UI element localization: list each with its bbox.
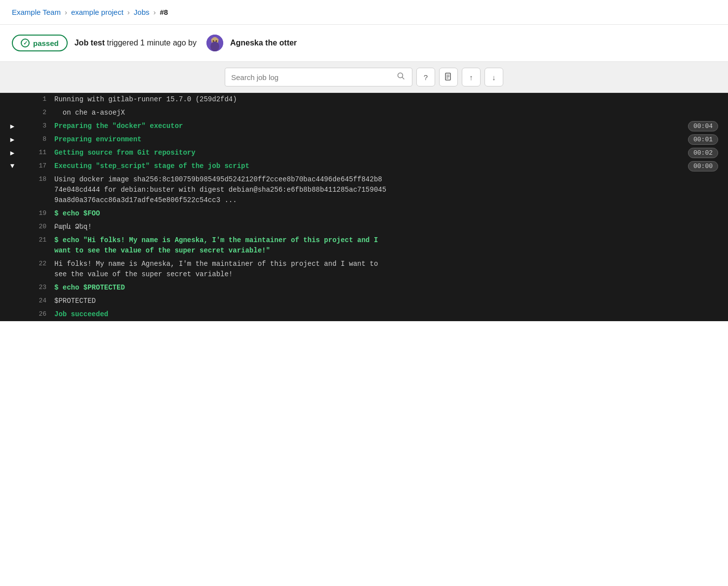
log-line-content: Running with gitlab-runner 15.7.0 (259d2… — [54, 94, 728, 105]
log-duration: 00:04 — [688, 121, 728, 131]
job-status-bar: ✓ passed Job test triggered 1 minute ago… — [0, 25, 728, 62]
log-line: ▶8Preparing environment00:01 — [0, 133, 728, 146]
log-toggle — [0, 174, 25, 175]
log-duration: 00:00 — [688, 161, 728, 171]
log-line-number: 21 — [25, 235, 54, 244]
log-line-number: 24 — [25, 296, 54, 304]
svg-line-9 — [403, 78, 404, 80]
log-line-number: 22 — [25, 259, 54, 267]
breadcrumb-current: #8 — [160, 8, 168, 16]
status-badge: ✓ passed — [12, 35, 68, 51]
search-box[interactable] — [225, 68, 412, 86]
help-button[interactable]: ? — [416, 68, 435, 86]
log-duration: 00:02 — [688, 148, 728, 158]
log-line: 1Running with gitlab-runner 15.7.0 (259d… — [0, 93, 728, 106]
log-line-content: Executing "step_script" stage of the job… — [54, 161, 688, 171]
log-toggle — [0, 283, 25, 284]
log-toggle[interactable]: ▶ — [0, 134, 25, 144]
log-toggle — [0, 209, 25, 209]
status-label: passed — [33, 39, 59, 47]
log-line: 26Job succeeded — [0, 308, 728, 321]
log-line: ▼17Executing "step_script" stage of the … — [0, 160, 728, 173]
log-line-content: Job succeeded — [54, 309, 728, 320]
breadcrumb-sep-1: › — [65, 8, 67, 16]
raw-log-button[interactable] — [439, 68, 458, 86]
duration-badge: 00:01 — [688, 134, 718, 145]
log-line-content: Preparing environment — [54, 134, 688, 145]
log-toggle — [0, 259, 25, 260]
log-toggle[interactable]: ▶ — [0, 148, 25, 157]
breadcrumb: Example Team › example project › Jobs › … — [0, 0, 728, 25]
help-icon: ? — [424, 73, 428, 82]
log-line-content: Preparing the "docker" executor — [54, 121, 688, 131]
duration-badge: 00:00 — [688, 161, 718, 171]
log-toggle — [0, 296, 25, 297]
search-input[interactable] — [231, 73, 392, 82]
log-line-number: 8 — [25, 134, 54, 143]
log-line-content: $ echo $PROTECTED — [54, 283, 728, 293]
log-line-number: 2 — [25, 108, 54, 116]
log-line: 22Hi folks! My name is Agneska, I'm the … — [0, 257, 728, 281]
log-line-number: 26 — [25, 309, 54, 318]
breadcrumb-sep-2: › — [127, 8, 130, 16]
log-line: 2 on che a-asoejX — [0, 106, 728, 120]
log-toggle — [0, 235, 25, 236]
log-line-number: 11 — [25, 148, 54, 156]
log-line: 18Using docker image sha256:8c100759b985… — [0, 173, 728, 207]
log-toggle — [0, 309, 25, 310]
log-toggle[interactable]: ▼ — [0, 161, 25, 170]
scroll-down-button[interactable]: ↓ — [485, 68, 503, 86]
log-toggle — [0, 222, 25, 223]
log-line-content: Using docker image sha256:8c100759b98549… — [54, 174, 728, 206]
log-line-content: Getting source from Git repository — [54, 148, 688, 158]
breadcrumb-sep-3: › — [154, 8, 156, 16]
avatar — [206, 35, 223, 51]
log-line: 20Բարև Ձեզ! — [0, 220, 728, 234]
log-line-content: Hi folks! My name is Agneska, I'm the ma… — [54, 259, 728, 280]
breadcrumb-team[interactable]: Example Team — [12, 8, 61, 16]
svg-point-7 — [210, 42, 219, 51]
duration-badge: 00:04 — [688, 121, 718, 131]
log-line-number: 23 — [25, 283, 54, 291]
raw-icon — [445, 73, 452, 82]
log-toggle[interactable]: ▶ — [0, 121, 25, 130]
arrow-up-icon: ↑ — [469, 73, 473, 82]
duration-badge: 00:02 — [688, 148, 718, 158]
log-line: 24$PROTECTED — [0, 294, 728, 308]
log-line-number: 18 — [25, 174, 54, 183]
scroll-up-button[interactable]: ↑ — [462, 68, 481, 86]
search-button[interactable] — [396, 71, 406, 83]
log-line-content: $ echo $FOO — [54, 209, 728, 219]
svg-point-4 — [212, 41, 214, 42]
job-description: Job test triggered 1 minute ago by — [75, 39, 197, 47]
log-toggle — [0, 108, 25, 109]
log-line: 19$ echo $FOO — [0, 207, 728, 220]
log-line-number: 1 — [25, 94, 54, 103]
svg-point-5 — [215, 41, 217, 42]
log-line: 21$ echo "Hi folks! My name is Agneska, … — [0, 234, 728, 257]
log-line: 23$ echo $PROTECTED — [0, 281, 728, 294]
log-line: ▶11Getting source from Git repository00:… — [0, 146, 728, 160]
log-toggle — [0, 94, 25, 95]
log-line-content: Բարև Ձեզ! — [54, 222, 728, 232]
arrow-down-icon: ↓ — [492, 73, 496, 82]
log-line: ▶3Preparing the "docker" executor00:04 — [0, 120, 728, 133]
author-name: Agneska the otter — [230, 39, 297, 47]
log-line-number: 3 — [25, 121, 54, 129]
log-line-content: $PROTECTED — [54, 296, 728, 306]
log-line-content: on che a-asoejX — [54, 108, 728, 118]
log-area: 1Running with gitlab-runner 15.7.0 (259d… — [0, 93, 728, 321]
log-line-content: $ echo "Hi folks! My name is Agneska, I'… — [54, 235, 728, 256]
log-duration: 00:01 — [688, 134, 728, 145]
log-line-number: 20 — [25, 222, 54, 230]
breadcrumb-project[interactable]: example project — [71, 8, 123, 16]
check-icon: ✓ — [21, 39, 30, 47]
log-line-number: 19 — [25, 209, 54, 217]
log-line-number: 17 — [25, 161, 54, 169]
breadcrumb-jobs[interactable]: Jobs — [134, 8, 150, 16]
log-toolbar: ? ↑ ↓ — [0, 62, 728, 93]
